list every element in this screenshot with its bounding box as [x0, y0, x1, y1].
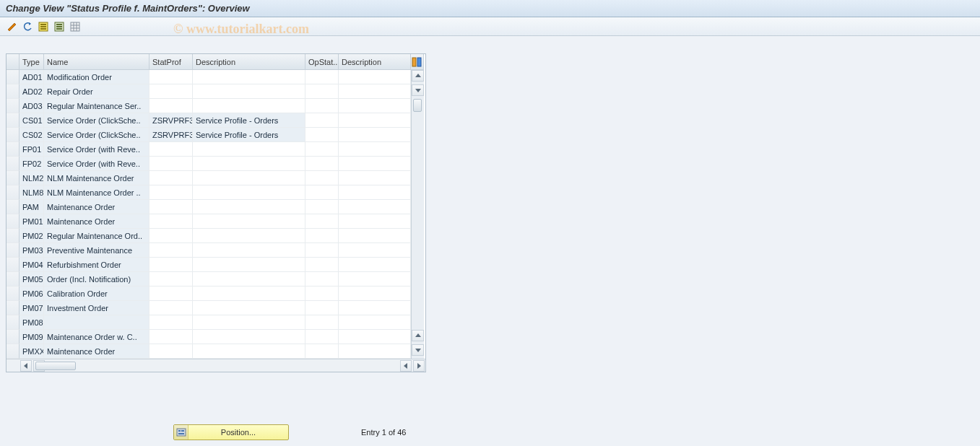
horizontal-scrollbar[interactable]: [6, 359, 425, 372]
cell-statprof[interactable]: [149, 258, 193, 272]
cell-description[interactable]: [193, 70, 305, 84]
cell-description[interactable]: Service Profile - Orders: [193, 128, 305, 142]
row-selector[interactable]: [6, 128, 19, 142]
cell-opstat[interactable]: [305, 315, 339, 330]
cell-opstat[interactable]: [305, 142, 339, 157]
cell-description2[interactable]: [339, 171, 411, 185]
cell-opstat[interactable]: [305, 99, 339, 113]
cell-opstat[interactable]: [305, 301, 339, 315]
cell-opstat[interactable]: [305, 272, 339, 287]
vertical-scrollbar[interactable]: [411, 258, 424, 272]
scroll-left-end-icon[interactable]: [400, 360, 412, 372]
cell-description[interactable]: [193, 330, 305, 344]
vertical-scrollbar[interactable]: [411, 287, 424, 301]
cell-description[interactable]: [193, 287, 305, 301]
cell-opstat[interactable]: [305, 229, 339, 243]
cell-description2[interactable]: [339, 243, 411, 258]
cell-description[interactable]: [193, 142, 305, 157]
cell-statprof[interactable]: ZSRVPRF3: [149, 113, 193, 128]
row-selector[interactable]: [6, 243, 19, 258]
column-header[interactable]: Description: [339, 54, 411, 70]
cell-description2[interactable]: [339, 315, 411, 330]
cell-statprof[interactable]: [149, 142, 193, 157]
cell-description[interactable]: [193, 99, 305, 113]
cell-description[interactable]: [193, 243, 305, 258]
row-selector[interactable]: [6, 258, 19, 272]
cell-description2[interactable]: [339, 113, 411, 128]
vertical-scrollbar[interactable]: [411, 214, 424, 229]
vertical-scrollbar[interactable]: [411, 344, 424, 359]
vertical-scrollbar[interactable]: [411, 70, 424, 84]
cell-statprof[interactable]: [149, 171, 193, 185]
cell-statprof[interactable]: [149, 344, 193, 359]
toggle-display-change-icon[interactable]: [6, 21, 17, 32]
scroll-up-icon[interactable]: [412, 70, 424, 82]
row-selector[interactable]: [6, 70, 19, 84]
scroll-right-end-icon[interactable]: [413, 360, 425, 372]
cell-opstat[interactable]: [305, 171, 339, 185]
row-selector[interactable]: [6, 272, 19, 287]
cell-description2[interactable]: [339, 272, 411, 287]
cell-description[interactable]: Service Profile - Orders: [193, 113, 305, 128]
row-selector[interactable]: [6, 171, 19, 185]
cell-description[interactable]: [193, 200, 305, 214]
row-selector[interactable]: [6, 99, 19, 113]
vertical-scrollbar[interactable]: [411, 157, 424, 171]
row-selector[interactable]: [6, 200, 19, 214]
select-all-icon[interactable]: [38, 21, 49, 32]
row-selector[interactable]: [6, 157, 19, 171]
cell-statprof[interactable]: [149, 200, 193, 214]
cell-description2[interactable]: [339, 84, 411, 99]
cell-description2[interactable]: [339, 157, 411, 171]
cell-description2[interactable]: [339, 200, 411, 214]
cell-opstat[interactable]: [305, 214, 339, 229]
cell-statprof[interactable]: [149, 99, 193, 113]
cell-opstat[interactable]: [305, 287, 339, 301]
column-header[interactable]: Description: [193, 54, 305, 70]
cell-opstat[interactable]: [305, 243, 339, 258]
cell-opstat[interactable]: [305, 330, 339, 344]
scroll-left-icon[interactable]: [20, 360, 32, 372]
cell-opstat[interactable]: [305, 70, 339, 84]
vertical-scrollbar[interactable]: [411, 171, 424, 185]
cell-description[interactable]: [193, 301, 305, 315]
row-selector[interactable]: [6, 142, 19, 157]
cell-description2[interactable]: [339, 185, 411, 200]
cell-description2[interactable]: [339, 301, 411, 315]
row-selector[interactable]: [6, 301, 19, 315]
cell-statprof[interactable]: [149, 272, 193, 287]
cell-opstat[interactable]: [305, 157, 339, 171]
cell-opstat[interactable]: [305, 128, 339, 142]
cell-description2[interactable]: [339, 142, 411, 157]
cell-description[interactable]: [193, 344, 305, 359]
cell-statprof[interactable]: [149, 315, 193, 330]
position-button[interactable]: Position...: [173, 424, 289, 440]
cell-description2[interactable]: [339, 99, 411, 113]
row-selector[interactable]: [6, 330, 19, 344]
undo-icon[interactable]: [22, 21, 33, 32]
row-selector[interactable]: [6, 344, 19, 359]
vertical-scrollbar[interactable]: [411, 229, 424, 243]
row-selector[interactable]: [6, 214, 19, 229]
cell-opstat[interactable]: [305, 185, 339, 200]
cell-opstat[interactable]: [305, 84, 339, 99]
cell-description2[interactable]: [339, 344, 411, 359]
cell-opstat[interactable]: [305, 113, 339, 128]
vertical-scrollbar[interactable]: [411, 128, 424, 142]
cell-description[interactable]: [193, 157, 305, 171]
cell-description2[interactable]: [339, 229, 411, 243]
configure-columns-icon[interactable]: [411, 54, 424, 70]
cell-statprof[interactable]: [149, 185, 193, 200]
cell-description[interactable]: [193, 229, 305, 243]
cell-statprof[interactable]: [149, 287, 193, 301]
row-selector[interactable]: [6, 185, 19, 200]
column-header[interactable]: StatProf: [149, 54, 193, 70]
cell-description2[interactable]: [339, 330, 411, 344]
scroll-up-step-icon[interactable]: [412, 330, 424, 341]
cell-opstat[interactable]: [305, 200, 339, 214]
vertical-scrollbar[interactable]: [411, 113, 424, 128]
cell-statprof[interactable]: [149, 229, 193, 243]
cell-description2[interactable]: [339, 70, 411, 84]
row-selector[interactable]: [6, 229, 19, 243]
cell-description2[interactable]: [339, 128, 411, 142]
